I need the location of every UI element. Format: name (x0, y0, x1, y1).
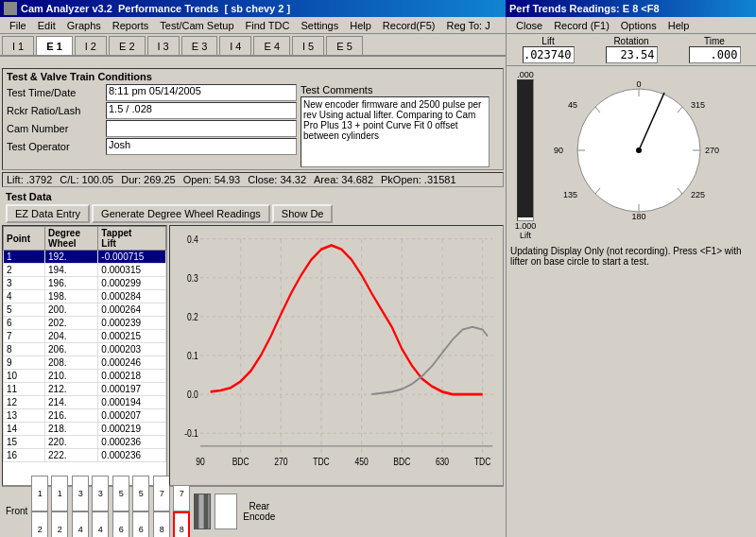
cylinder-bar: Front 1 2 1 2 3 4 3 4 (2, 486, 504, 535)
table-row[interactable]: 14218.0.000219 (4, 423, 166, 436)
menu-graphs[interactable]: Graphs (61, 19, 107, 32)
rckr-label: Rckr Ratio/Lash (7, 105, 106, 116)
divider-svg (195, 494, 210, 528)
cyl-1b[interactable]: 1 (51, 476, 68, 511)
chart-area: 0.4 0.3 0.2 0.1 0.0 -0.1 (169, 225, 504, 486)
menu-record-f1[interactable]: Record (F1) (548, 19, 615, 32)
tab-i4[interactable]: I 4 (219, 36, 251, 55)
menu-settings[interactable]: Settings (295, 19, 344, 32)
menu-close[interactable]: Close (510, 19, 548, 32)
menu-reports[interactable]: Reports (107, 19, 155, 32)
camnum-label: Cam Number (7, 123, 106, 134)
svg-text:0.2: 0.2 (187, 311, 198, 322)
svg-rect-30 (199, 494, 203, 528)
cyl-1a[interactable]: 1 (31, 476, 48, 511)
operator-value[interactable]: Josh (106, 138, 297, 155)
menu-file[interactable]: File (4, 19, 32, 32)
data-table[interactable]: Point DegreeWheel TappetLift 1192.-0.000… (2, 225, 167, 486)
table-row[interactable]: 11212.0.000197 (4, 383, 166, 396)
table-row[interactable]: 6202.0.000239 (4, 317, 166, 330)
table-row[interactable]: 15220.0.000236 (4, 436, 166, 449)
info-left-col: Test Time/Date 8:11 pm 05/14/2005 Rckr R… (7, 84, 297, 167)
table-row[interactable]: 4198.0.000284 (4, 290, 166, 303)
table-row[interactable]: 1192.-0.000715 (4, 251, 166, 264)
datetime-value[interactable]: 8:11 pm 05/14/2005 (106, 84, 297, 101)
test-data-header: Test Data (2, 189, 504, 204)
tab-i5[interactable]: I 5 (292, 36, 324, 55)
menu-help-right[interactable]: Help (662, 19, 696, 32)
table-row[interactable]: 3196.0.000299 (4, 277, 166, 290)
cyl-4a[interactable]: 4 (72, 511, 89, 538)
camnum-value[interactable] (106, 120, 297, 137)
cyl-group-3: 3 4 (72, 476, 89, 538)
polar-display: 0 315 270 225 180 135 90 45 (544, 70, 752, 240)
table-row[interactable]: 8206.0.000203 (4, 343, 166, 356)
tab-i2[interactable]: I 2 (75, 36, 107, 55)
table-row[interactable]: 10210.0.000218 (4, 370, 166, 383)
table-row[interactable]: 16222.0.000236 (4, 449, 166, 462)
tab-e1[interactable]: E 1 (36, 36, 73, 55)
comments-area[interactable]: New encoder firmware and 2500 pulse per … (301, 96, 490, 167)
show-de-button[interactable]: Show De (272, 204, 334, 223)
comments-text: New encoder firmware and 2500 pulse per … (303, 99, 481, 141)
svg-text:0.1: 0.1 (187, 350, 198, 361)
menu-testcam[interactable]: Test/Cam Setup (154, 19, 239, 32)
table-row[interactable]: 9208.0.000246 (4, 356, 166, 370)
svg-text:315: 315 (691, 100, 705, 110)
cyl-3b[interactable]: 3 (92, 476, 109, 511)
lift-gauge-bar (517, 79, 534, 221)
menu-findtdc[interactable]: Find TDC (240, 19, 296, 32)
rotation-value: 23.54 (606, 46, 658, 63)
cyl-8b-selected[interactable]: 8 (173, 511, 190, 538)
col-lift: TappetLift (98, 227, 166, 251)
table-row[interactable]: 13216.0.000207 (4, 409, 166, 423)
app-subtitle: Performance Trends (118, 3, 218, 14)
svg-text:180: 180 (631, 212, 645, 221)
tab-e3[interactable]: E 3 (181, 36, 218, 55)
cyl-2b[interactable]: 2 (51, 511, 68, 538)
col-degree: DegreeWheel (45, 227, 98, 251)
menu-regto[interactable]: Reg To: J (440, 19, 495, 32)
svg-text:45: 45 (568, 100, 577, 110)
cyl-7a[interactable]: 7 (153, 476, 170, 511)
table-row[interactable]: 5200.0.000264 (4, 303, 166, 317)
cyl-group-4: 3 4 (92, 476, 109, 538)
svg-rect-29 (195, 494, 198, 528)
menu-options[interactable]: Options (615, 19, 662, 32)
svg-text:450: 450 (355, 456, 369, 467)
cyl-5a[interactable]: 5 (112, 476, 129, 511)
tab-i1[interactable]: I 1 (2, 36, 34, 55)
cyl-6a[interactable]: 6 (112, 511, 129, 538)
tab-e5[interactable]: E 5 (326, 36, 363, 55)
field-camnum: Cam Number (7, 120, 297, 137)
right-title-bar: Perf Trends Readings: E 8 <F8 (506, 0, 756, 17)
tab-bar: I 1 E 1 I 2 E 2 I 3 E 3 I 4 E 4 I 5 E 5 (0, 34, 506, 57)
stat-dur: Dur: 269.25 (121, 174, 175, 185)
field-rckr: Rckr Ratio/Lash 1.5 / .028 (7, 102, 297, 119)
table-row[interactable]: 12214.0.000194 (4, 396, 166, 409)
tab-e4[interactable]: E 4 (253, 36, 290, 55)
cyl-5b[interactable]: 5 (132, 476, 149, 511)
gauge-polar-container: .000 1.000 Lift (507, 66, 756, 244)
table-row[interactable]: 7204.0.000215 (4, 330, 166, 343)
cyl-3a[interactable]: 3 (72, 476, 89, 511)
app-file: [ sb chevy 2 ] (224, 3, 290, 14)
main-layout: Test & Valve Train Conditions Test Time/… (0, 66, 756, 537)
rckr-value[interactable]: 1.5 / .028 (106, 102, 297, 119)
menu-help[interactable]: Help (344, 19, 377, 32)
ez-data-entry-button[interactable]: EZ Data Entry (6, 204, 90, 223)
cyl-2a[interactable]: 2 (31, 511, 48, 538)
cyl-8a[interactable]: 8 (153, 511, 170, 538)
main-title-bar: Cam Analyzer v3.2 Performance Trends [ s… (0, 0, 506, 17)
table-row[interactable]: 2194.0.000315 (4, 264, 166, 277)
generate-degree-wheel-button[interactable]: Generate Degree Wheel Readings (92, 204, 270, 223)
svg-text:90: 90 (554, 146, 563, 155)
cyl-4b[interactable]: 4 (92, 511, 109, 538)
menu-edit[interactable]: Edit (32, 19, 61, 32)
encoder-box[interactable] (215, 494, 237, 529)
menu-bars-row: File Edit Graphs Reports Test/Cam Setup … (0, 17, 756, 34)
cyl-6b[interactable]: 6 (132, 511, 149, 538)
menu-record[interactable]: Record(F5) (377, 19, 441, 32)
tab-i3[interactable]: I 3 (147, 36, 180, 55)
tab-e2[interactable]: E 2 (109, 36, 146, 55)
